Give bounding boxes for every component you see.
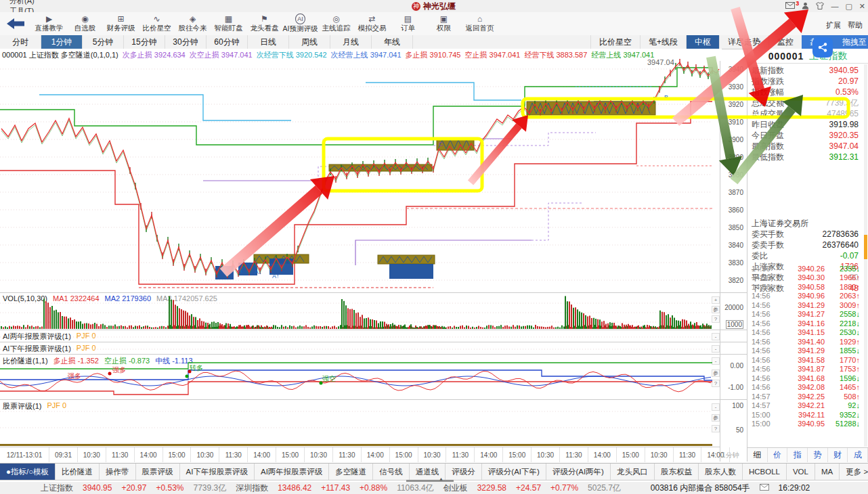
- tick-price: 3942.08: [776, 383, 825, 391]
- close-button[interactable]: ✕: [859, 0, 865, 12]
- tick-time: 15:00: [752, 420, 776, 428]
- pane-control-?[interactable]: ?: [712, 380, 720, 387]
- indicator-tab-AI下年报股票评级[interactable]: AI下年报股票评级: [180, 464, 255, 480]
- toolbar-button-权限[interactable]: ▣权限: [426, 14, 462, 34]
- toolbar-label: 自选股: [74, 24, 96, 33]
- indicator-tab-VOL[interactable]: VOL: [787, 464, 815, 480]
- toolbar-link-帮助[interactable]: 帮助: [848, 20, 863, 30]
- toolbar-button-智能盯盘[interactable]: ▦智能盯盘: [211, 14, 246, 34]
- period-tab-日线[interactable]: 日线: [248, 35, 289, 49]
- indicator-tab-多空隧道[interactable]: 多空隧道: [329, 464, 373, 480]
- skin-icon[interactable]: [816, 2, 824, 11]
- tick-price: 3940.95: [776, 420, 825, 428]
- pane-control-参[interactable]: 参: [712, 369, 720, 377]
- back-button[interactable]: [0, 15, 31, 32]
- mini-tab-成[interactable]: 成: [848, 448, 868, 462]
- main-chart[interactable]: [0, 61, 720, 292]
- panel-button-拖拽至[interactable]: 拖拽至: [834, 35, 868, 49]
- tick-volume: 1880↑: [825, 283, 860, 291]
- indicator-tab-●指标/○模板[interactable]: ●指标/○模板: [0, 464, 56, 480]
- indicator-tab-股东权益[interactable]: 股东权益: [655, 464, 699, 480]
- tick-time: 14:56: [752, 338, 776, 346]
- mail-icon[interactable]: 3: [785, 2, 795, 10]
- pane-control--[interactable]: -: [712, 357, 720, 365]
- mode-tab-详尽走势[interactable]: 详尽走势: [719, 35, 768, 49]
- time-label: 11:30: [446, 447, 475, 462]
- toolbar-button-龙头看盘[interactable]: ⚑龙头看盘: [246, 14, 282, 34]
- period-tab-月线[interactable]: 月线: [330, 35, 372, 49]
- status-index-value: 3229.58: [477, 483, 506, 493]
- mode-tab-笔+线段[interactable]: 笔+线段: [640, 35, 686, 49]
- toolbar-button-股往今来[interactable]: ◈股往今来: [175, 14, 211, 34]
- pane-control--[interactable]: -: [712, 333, 720, 340]
- minimize-button[interactable]: —: [831, 0, 838, 12]
- toolbar-button-主线追踪[interactable]: ◎主线追踪: [318, 14, 354, 34]
- pane-header-part: PJF 0: [47, 401, 66, 411]
- mode-tab-比价星空[interactable]: 比价星空: [590, 35, 640, 49]
- pane-header-part: 股票评级(1): [3, 401, 41, 411]
- indicator-tab-HCBOLL[interactable]: HCBOLL: [743, 464, 787, 480]
- pane-control-+[interactable]: +: [712, 296, 720, 304]
- mini-tab-财[interactable]: 财: [828, 448, 848, 462]
- mode-tab-监控[interactable]: 监控: [768, 35, 802, 49]
- mini-tab-指[interactable]: 指: [787, 448, 808, 462]
- period-tab-60分钟[interactable]: 60分钟: [207, 35, 248, 49]
- toolbar-button-直播教学[interactable]: ▶直播教学: [31, 14, 67, 34]
- indicator-tab-股票评级[interactable]: 股票评级: [136, 464, 180, 480]
- menu-item[interactable]: 分析(A): [0, 0, 44, 6]
- indicator-tab-评级分(AI两年)[interactable]: 评级分(AI两年): [546, 464, 611, 480]
- time-label: 14:00: [588, 447, 617, 462]
- indicator-tab-龙头风口[interactable]: 龙头风口: [611, 464, 655, 480]
- titlebar: 系统(S)分析(A)工具(T)帮助(H) 神 神光弘缰 3 — ▢ ✕: [0, 0, 868, 13]
- quote-label: 委比: [752, 250, 768, 262]
- indicator-tab-评级分[interactable]: 评级分: [446, 464, 482, 480]
- maximize-button[interactable]: ▢: [845, 0, 852, 12]
- toolbar-button-财务评级[interactable]: ⊞财务评级: [103, 14, 139, 34]
- indicator-tab-MA[interactable]: MA: [815, 464, 840, 480]
- pane-control-?[interactable]: ?: [712, 315, 720, 323]
- toolbar-link-扩展[interactable]: 扩展: [826, 20, 841, 30]
- pane-control-参[interactable]: 参: [712, 414, 720, 422]
- pane-control-?[interactable]: ?: [712, 425, 720, 432]
- status-mail-icon[interactable]: [760, 483, 769, 493]
- indicator-tab-评级分(AI下年)[interactable]: 评级分(AI下年): [482, 464, 546, 480]
- mini-tab-势[interactable]: 势: [808, 448, 828, 462]
- pane-separator: [0, 342, 747, 342]
- toolbar-button-订单[interactable]: ▤订单: [390, 14, 426, 34]
- period-tab-年线[interactable]: 年线: [372, 35, 413, 49]
- pane-control--[interactable]: -: [712, 345, 720, 353]
- indicator-tab-AI两年报股票评级[interactable]: AI两年报股票评级: [255, 464, 329, 480]
- period-tab-1分钟[interactable]: 1分钟: [41, 35, 83, 49]
- tabs-scroll-arrow[interactable]: ▲: [439, 476, 443, 481]
- share-icon[interactable]: [812, 37, 833, 58]
- indicator-tab-股东人数[interactable]: 股东人数: [699, 464, 743, 480]
- mini-tab-细[interactable]: 细: [747, 448, 768, 462]
- indicator-tab-信号线[interactable]: 信号线: [373, 464, 410, 480]
- period-tab-5分钟[interactable]: 5分钟: [83, 35, 124, 49]
- tick-row: 14:563940.262355↓: [747, 264, 864, 273]
- toolbar-button-AI预测评级[interactable]: AIAI预测评级: [282, 14, 318, 34]
- info-field-次多止损: 次多止损 3924.634: [123, 50, 186, 60]
- period-tab-周线[interactable]: 周线: [289, 35, 330, 49]
- user-icon[interactable]: [802, 2, 809, 11]
- chart-scroll-strip[interactable]: [0, 444, 712, 446]
- toolbar-button-返回首页[interactable]: ⌂返回首页: [462, 14, 498, 34]
- toolbar-label: 订单: [401, 24, 415, 33]
- mini-tab-价[interactable]: 价: [768, 448, 788, 462]
- panel-scrollbar-thumb[interactable]: [864, 235, 867, 259]
- pane-control-参[interactable]: 参: [712, 306, 720, 313]
- 智能盯盘-icon: ▦: [225, 14, 232, 24]
- indicator-tab-比价隧道[interactable]: 比价隧道: [56, 464, 100, 480]
- period-tab-分时[interactable]: 分时: [0, 35, 41, 49]
- toolbar-button-模拟交易[interactable]: ⇄模拟交易: [354, 14, 390, 34]
- period-tab-30分钟[interactable]: 30分钟: [165, 35, 207, 49]
- toolbar-button-比价星空[interactable]: ∿比价星空: [139, 14, 175, 34]
- indicator-tab-更多 >[interactable]: 更多 >: [840, 464, 868, 480]
- toolbar-button-自选股[interactable]: ◉自选股: [67, 14, 103, 34]
- pane-control--[interactable]: -: [712, 403, 720, 411]
- info-field-次空止损: 次空止损 3947.041: [190, 50, 253, 60]
- mode-tab-中枢[interactable]: 中枢: [686, 35, 719, 49]
- period-tab-15分钟[interactable]: 15分钟: [124, 35, 165, 49]
- tunnel-axis--1.00: -1.00: [719, 384, 743, 391]
- indicator-tab-操作带[interactable]: 操作带: [100, 464, 136, 480]
